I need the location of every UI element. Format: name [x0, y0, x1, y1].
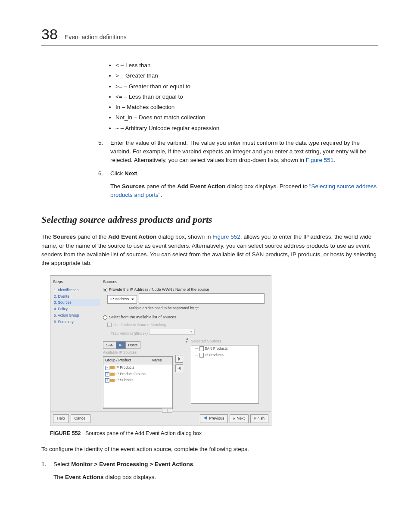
body-text: Select: [53, 461, 71, 467]
step-number: 6.: [98, 169, 106, 200]
expand-icon[interactable]: +: [105, 372, 109, 376]
arrow-left-icon: [178, 367, 181, 370]
body-text: The: [110, 183, 122, 190]
radio-provide-ip[interactable]: [103, 288, 107, 292]
available-sources-list[interactable]: Group / Product Name +IP Products +IP Pr…: [103, 356, 173, 409]
step-5: 5. Enter the value of the varbind. The v…: [98, 139, 378, 165]
menu-path: Monitor > Event Processing > Event Actio…: [71, 461, 193, 467]
figure-link[interactable]: Figure 552: [212, 233, 240, 240]
folder-icon: [110, 379, 115, 382]
add-event-action-label: Add Event Action: [177, 183, 225, 190]
trap-varbind-label: Trap Varbind (ifIndex): [111, 331, 148, 336]
help-button[interactable]: Help: [53, 414, 69, 423]
back-icon: ⯇: [204, 416, 208, 422]
scroll-left-button[interactable]: [162, 408, 167, 413]
list-item: <= – Less than or equal to: [115, 93, 378, 101]
list-item: ~ – Arbitrary Unicode regular expression: [115, 124, 378, 133]
tree-item[interactable]: IP Products: [115, 365, 134, 370]
selected-sources-label: Selected Sources: [191, 338, 259, 345]
body-text: dialog box, shown in: [156, 233, 212, 240]
source-entry-input[interactable]: [139, 293, 265, 304]
add-event-action-dialog: Steps 1. Identification 2. Events 3. Sou…: [50, 275, 271, 426]
body-text: To configure the identity of the event a…: [41, 445, 378, 454]
finish-button[interactable]: Finish: [250, 414, 268, 423]
expand-icon[interactable]: +: [105, 366, 109, 370]
wizard-step[interactable]: 6. Summary: [53, 319, 100, 325]
wizard-steps-panel: Steps 1. Identification 2. Events 3. Sou…: [53, 279, 100, 409]
tree-item[interactable]: IP Product Groups: [115, 372, 146, 376]
page-header-title: Event action definitions: [65, 34, 127, 40]
body-text: .: [161, 192, 162, 198]
body-text: dialog box displays. Proceed to: [225, 183, 309, 190]
wizard-step[interactable]: 4. Policy: [53, 306, 100, 312]
tree-item: SAN Products: [205, 346, 227, 351]
arrow-right-icon: [178, 357, 181, 361]
step-number: 1.: [41, 460, 49, 482]
list-item: > – Greater than: [115, 72, 378, 80]
step-6: 6. Click Next. The Sources pane of the A…: [98, 169, 378, 200]
step-number: 5.: [98, 139, 106, 165]
radio-select-from-list[interactable]: [103, 315, 107, 320]
checkbox-label: Use ifIndex in Source Matching: [113, 323, 167, 327]
chevron-down-icon: [190, 331, 193, 333]
wizard-step[interactable]: 5. Action Group: [53, 312, 100, 319]
add-button[interactable]: [175, 355, 183, 363]
tab-ip[interactable]: IP: [116, 341, 125, 349]
radio-label: Select from the available list of source…: [109, 314, 176, 320]
step-1: 1. Select Monitor > Event Processing > E…: [41, 460, 378, 482]
wizard-step[interactable]: 3. Sources: [53, 299, 100, 306]
tree-item: IP Products: [205, 353, 224, 357]
add-event-action-label: Add Event Action: [108, 233, 156, 240]
column-header: Name: [150, 357, 164, 364]
document-icon: [199, 346, 204, 351]
selected-sources-list[interactable]: — SAN Products — IP Products: [191, 345, 259, 404]
use-ifindex-checkbox[interactable]: [107, 323, 112, 327]
tree-item[interactable]: IP Subnets: [115, 378, 133, 382]
sources-title: Sources: [103, 279, 268, 285]
body-text: dialog box displays.: [104, 474, 156, 480]
radio-label: Provide the IP Address / Node WWN / Name…: [109, 287, 209, 293]
expand-icon[interactable]: +: [105, 378, 109, 383]
figure-caption: Sources pane of the Add Event Action dia…: [85, 430, 202, 436]
sources-label: Sources: [53, 233, 76, 240]
page-header: 38 Event action definitions: [41, 26, 378, 46]
next-button[interactable]: Next: [230, 414, 249, 423]
trap-varbind-dropdown[interactable]: [149, 329, 195, 335]
body-text: .: [137, 170, 139, 177]
scroll-right-button[interactable]: [167, 408, 172, 413]
steps-title: Steps: [53, 279, 100, 285]
list-item: In – Matches collection: [115, 103, 378, 112]
source-type-dropdown[interactable]: IP Address: [107, 295, 137, 304]
column-header: Group / Product: [103, 357, 150, 364]
cancel-button[interactable]: Cancel: [71, 414, 90, 423]
document-icon: [199, 353, 204, 358]
body-text: .: [333, 157, 335, 163]
wizard-step[interactable]: 2. Events: [53, 293, 100, 300]
section-heading: Selecting source address products and po…: [41, 212, 378, 227]
list-item: < – Less than: [115, 61, 378, 70]
play-icon: [234, 417, 235, 420]
list-item: Not_in – Does not match collection: [115, 113, 378, 122]
body-text: .: [193, 461, 195, 467]
figure-label: FIGURE 552: [50, 430, 81, 436]
figure-link[interactable]: Figure 551: [306, 157, 334, 163]
dropdown-value: IP Address: [110, 296, 129, 302]
list-item: >= – Greater than or equal to: [115, 82, 378, 91]
splitter-handle[interactable]: ▸: [186, 340, 188, 343]
folder-icon: [110, 373, 115, 376]
body-text: pane of the: [76, 233, 108, 240]
body-text: pane of the: [145, 183, 177, 190]
chevron-down-icon: [131, 299, 134, 300]
tab-san[interactable]: SAN: [103, 341, 116, 349]
remove-button[interactable]: [175, 364, 183, 372]
next-label: Next: [125, 170, 137, 177]
body-text: The: [53, 474, 65, 480]
body-text: Click: [110, 170, 125, 177]
body-text: The: [41, 233, 53, 240]
hint-text: Multiple entries need to be separated by…: [129, 305, 268, 311]
sources-label: Sources: [122, 183, 145, 190]
tab-hosts[interactable]: Hosts: [126, 341, 141, 349]
previous-button[interactable]: ⯇Previous: [200, 414, 228, 423]
wizard-step[interactable]: 1. Identification: [53, 287, 100, 293]
operator-list: < – Less than > – Greater than >= – Grea…: [98, 61, 378, 133]
